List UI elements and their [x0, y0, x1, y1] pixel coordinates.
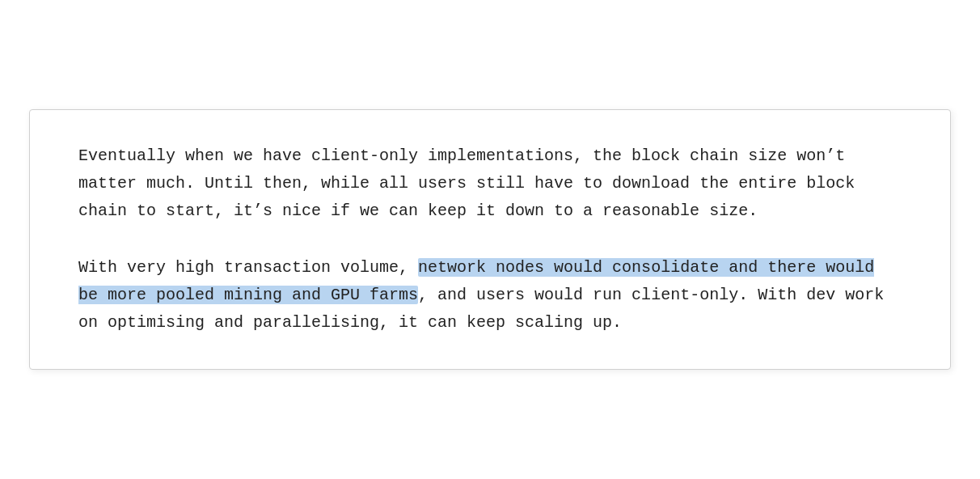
paragraph-1-text: Eventually when we have client-only impl…	[78, 146, 855, 220]
document-container: Eventually when we have client-only impl…	[29, 109, 951, 370]
paragraph-2: With very high transaction volume, netwo…	[78, 254, 902, 337]
paragraph-2-text-before: With very high transaction volume,	[78, 258, 418, 277]
paragraph-1: Eventually when we have client-only impl…	[78, 142, 902, 225]
